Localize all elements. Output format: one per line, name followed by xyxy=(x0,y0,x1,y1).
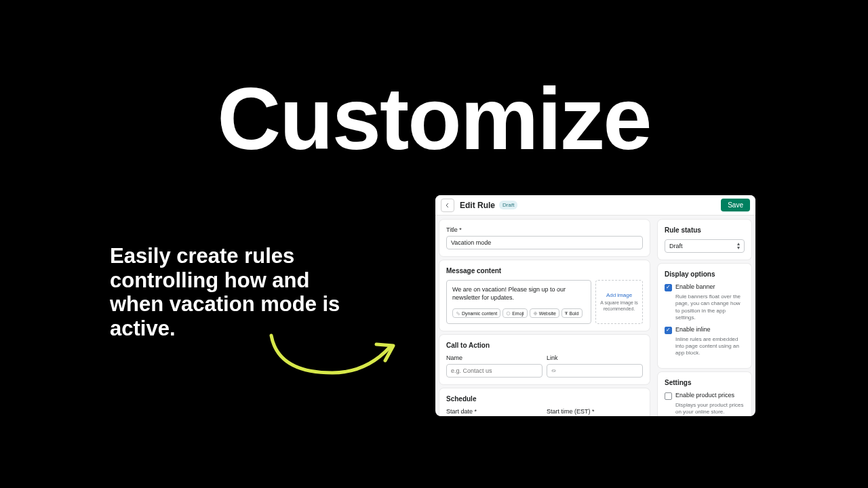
chevron-updown-icon: ▴▾ xyxy=(737,242,740,249)
edit-rule-panel: Edit Rule Draft Save Title * Message con… xyxy=(435,195,755,416)
hero-subtitle: Easily create rules controlling how and … xyxy=(110,244,340,341)
svg-point-1 xyxy=(458,313,460,314)
status-badge: Draft xyxy=(499,201,517,209)
emoji-chip[interactable]: Emoji xyxy=(502,308,528,318)
message-editor[interactable]: We are on vacation! Please sign up to ou… xyxy=(446,280,591,324)
title-label: Title * xyxy=(446,226,643,233)
panel-header: Edit Rule Draft Save xyxy=(435,195,755,216)
enable-banner-checkbox[interactable] xyxy=(665,284,672,291)
cta-link-input[interactable] xyxy=(547,364,643,378)
message-card: Message content We are on vacation! Plea… xyxy=(439,260,650,331)
settings-card: Settings Enable product prices Displays … xyxy=(658,372,751,416)
link-icon xyxy=(456,311,460,316)
hero-title: Customize xyxy=(0,68,868,169)
enable-inline-desc: Inline rules are embedded into page cont… xyxy=(675,336,745,357)
globe-icon xyxy=(533,311,538,316)
enable-prices-desc: Displays your product prices on your onl… xyxy=(675,402,745,416)
arrow-left-icon xyxy=(444,202,451,209)
title-card: Title * xyxy=(439,220,650,256)
message-text: We are on vacation! Please sign up to ou… xyxy=(452,286,585,302)
bold-chip[interactable]: TBold xyxy=(561,308,583,318)
start-time-label: Start time (EST) * xyxy=(547,408,643,415)
svg-point-0 xyxy=(456,312,458,313)
website-chip[interactable]: Website xyxy=(530,308,559,318)
cta-name-label: Name xyxy=(446,354,542,361)
bold-icon: T xyxy=(565,310,568,316)
title-input[interactable] xyxy=(446,236,643,249)
display-heading: Display options xyxy=(665,270,745,278)
settings-heading: Settings xyxy=(665,379,745,386)
display-options-card: Display options Enable banner Rule banne… xyxy=(658,264,751,368)
arrow-icon xyxy=(264,332,400,383)
message-heading: Message content xyxy=(446,267,643,274)
schedule-card: Schedule Start date * Start time (EST) * xyxy=(439,388,650,416)
emoji-icon xyxy=(506,311,511,316)
back-button[interactable] xyxy=(441,199,454,212)
rule-status-card: Rule status Draft ▴▾ xyxy=(658,220,751,260)
svg-point-2 xyxy=(507,312,510,315)
enable-prices-label: Enable product prices xyxy=(675,392,734,399)
link-icon xyxy=(551,368,557,374)
start-date-label: Start date * xyxy=(446,408,542,415)
enable-inline-label: Enable inline xyxy=(675,326,711,333)
cta-name-input[interactable] xyxy=(446,364,542,378)
rule-status-heading: Rule status xyxy=(665,226,745,234)
enable-banner-label: Enable banner xyxy=(675,283,715,290)
rule-status-select[interactable]: Draft ▴▾ xyxy=(665,239,745,253)
schedule-heading: Schedule xyxy=(446,395,643,403)
enable-banner-desc: Rule banners float over the page, you ca… xyxy=(675,293,745,322)
enable-inline-checkbox[interactable] xyxy=(665,327,672,334)
panel-title: Edit Rule xyxy=(460,201,495,210)
image-note: A square image is recommended. xyxy=(600,300,638,312)
cta-link-label: Link xyxy=(547,354,643,361)
cta-card: Call to Action Name Link xyxy=(439,335,650,384)
dynamic-content-chip[interactable]: Dynamic content xyxy=(452,308,500,318)
cta-heading: Call to Action xyxy=(446,342,643,349)
image-upload-box[interactable]: Add image A square image is recommended. xyxy=(595,280,643,324)
enable-prices-checkbox[interactable] xyxy=(665,392,672,400)
save-button[interactable]: Save xyxy=(721,199,750,211)
add-image-link[interactable]: Add image xyxy=(600,292,638,298)
